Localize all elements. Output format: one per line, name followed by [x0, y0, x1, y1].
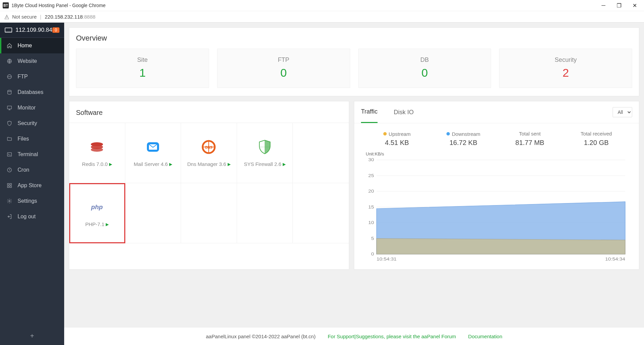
stat-site[interactable]: Site 1 [76, 49, 209, 88]
stat-label: Security [499, 56, 632, 64]
software-redis[interactable]: Redis 7.0.0▶ [69, 123, 125, 183]
traffic-stats: Upstream 4.51 KB Downstream 16.72 KB Tot… [354, 123, 639, 150]
nav-home[interactable]: Home [0, 38, 64, 53]
tstat-upstream: Upstream 4.51 KB [364, 131, 430, 147]
nav-label: FTP [18, 74, 28, 80]
software-name: Dns Manager 3.6▶ [187, 161, 230, 167]
svg-text:DNS: DNS [205, 146, 212, 149]
tstat-label: Total sent [519, 131, 541, 137]
maximize-button[interactable]: ❐ [615, 2, 623, 9]
browser-chrome: BT 1Byte Cloud Hosting Panel - Google Ch… [0, 0, 644, 23]
nav-security[interactable]: Security [0, 116, 64, 131]
sidebar-header[interactable]: 112.109.90.84 0 [0, 23, 64, 38]
tstat-label: Downstream [446, 131, 480, 137]
logout-icon [6, 214, 13, 219]
footer-support-link[interactable]: For Support|Suggestions, please visit th… [328, 334, 456, 339]
software-empty [125, 183, 181, 243]
not-secure-label: Not secure [12, 14, 37, 20]
play-icon: ▶ [228, 162, 231, 167]
stat-row: Site 1 FTP 0 DB 0 Security 2 [76, 49, 632, 88]
software-php[interactable]: php PHP-7.1 ▶ [69, 183, 125, 243]
tstat-totalreceived: Total received 1.20 GB [563, 131, 629, 147]
nav-label: Files [18, 136, 29, 142]
nav-appstore[interactable]: App Store [0, 178, 64, 193]
software-mailserver[interactable]: Mail Server 4.6▶ [125, 123, 181, 183]
svg-text:30: 30 [368, 158, 374, 162]
minimize-button[interactable]: ─ [599, 2, 608, 9]
window-title: 1Byte Cloud Hosting Panel - Google Chrom… [11, 3, 106, 8]
nav-website[interactable]: Website [0, 53, 64, 69]
sidebar-ip: 112.109.90.84 [16, 27, 52, 33]
svg-rect-6 [7, 153, 11, 156]
nav-label: Databases [18, 89, 44, 95]
grid-icon [6, 183, 13, 188]
nav-settings[interactable]: Settings [0, 193, 64, 209]
tab-traffic[interactable]: Traffic [361, 101, 378, 123]
stat-db[interactable]: DB 0 [358, 49, 491, 88]
shield-icon [6, 121, 13, 126]
software-sysfirewall[interactable]: SYS Firewall 2.6▶ [237, 123, 293, 183]
stat-label: DB [359, 56, 491, 64]
footer-docs-link[interactable]: Documentation [468, 334, 502, 339]
nav-databases[interactable]: Databases [0, 84, 64, 100]
chart-wrap: Unit:KB/s 05101520253010:54:3110:54:34 [354, 150, 639, 269]
play-icon: ▶ [109, 162, 112, 167]
clock-icon [6, 167, 13, 173]
svg-rect-10 [7, 186, 9, 188]
tstat-label: Total received [581, 131, 612, 137]
software-grid: Redis 7.0.0▶ Mail Server 4.6▶ DNS Dns Ma… [69, 123, 349, 243]
nav-label: Monitor [18, 105, 35, 111]
footer-copyright: aaPanelLinux panel ©2014-2022 aaPanel (b… [206, 334, 316, 339]
software-empty [293, 183, 349, 243]
app-root: 112.109.90.84 0 Home Website FTP Databas… [0, 23, 644, 345]
stat-security[interactable]: Security 2 [499, 49, 632, 88]
globe-icon [6, 58, 13, 64]
window-controls: ─ ❐ ✕ [599, 2, 641, 9]
nav-terminal[interactable]: Terminal [0, 147, 64, 162]
svg-text:php: php [91, 203, 103, 211]
traffic-panel: Traffic Disk IO All Upstream 4.51 KB Dow… [354, 101, 639, 270]
address-bar[interactable]: Not secure | 220.158.232.118:8888 [0, 11, 644, 22]
svg-text:10:54:34: 10:54:34 [605, 256, 625, 261]
nav-add-button[interactable]: + [0, 327, 64, 345]
svg-rect-1 [5, 31, 12, 32]
nav-label: Security [18, 120, 37, 126]
nav-cron[interactable]: Cron [0, 162, 64, 178]
tstat-value: 4.51 KB [364, 139, 430, 147]
row2: Software Redis 7.0.0▶ Mail Server 4.6▶ [69, 101, 639, 270]
software-title: Software [69, 101, 349, 123]
dns-icon: DNS [201, 139, 217, 155]
firewall-icon [257, 139, 273, 155]
tab-diskio[interactable]: Disk IO [394, 102, 414, 123]
nav-ftp[interactable]: FTP [0, 69, 64, 84]
traffic-filter-select[interactable]: All [613, 107, 632, 117]
sidebar-badge: 0 [52, 27, 59, 33]
stat-label: Site [76, 56, 209, 64]
software-name: PHP-7.1 ▶ [85, 221, 109, 227]
nav-label: App Store [18, 182, 42, 189]
nav-label: Website [18, 58, 37, 64]
nav-files[interactable]: Files [0, 131, 64, 147]
overview-title: Overview [76, 34, 632, 43]
svg-text:10:54:31: 10:54:31 [377, 256, 397, 261]
mail-icon [145, 139, 161, 155]
nav-label: Home [18, 43, 32, 49]
chart-unit-label: Unit:KB/s [366, 151, 629, 156]
dot-downstream-icon [446, 132, 450, 135]
play-icon: ▶ [169, 162, 172, 167]
close-button[interactable]: ✕ [630, 2, 639, 9]
tstat-label: Upstream [383, 131, 411, 137]
tstat-downstream: Downstream 16.72 KB [430, 131, 497, 147]
stat-ftp[interactable]: FTP 0 [217, 49, 350, 88]
software-name: Redis 7.0.0▶ [82, 161, 112, 167]
not-secure-icon [4, 14, 9, 20]
software-dnsmanager[interactable]: DNS Dns Manager 3.6▶ [181, 123, 237, 183]
nav-logout[interactable]: Log out [0, 209, 64, 224]
svg-rect-8 [7, 183, 9, 185]
nav-monitor[interactable]: Monitor [0, 100, 64, 116]
svg-text:25: 25 [368, 173, 374, 178]
database-icon [6, 90, 13, 95]
svg-text:10: 10 [368, 220, 374, 225]
svg-text:0: 0 [371, 252, 374, 256]
gear-icon [6, 198, 13, 204]
